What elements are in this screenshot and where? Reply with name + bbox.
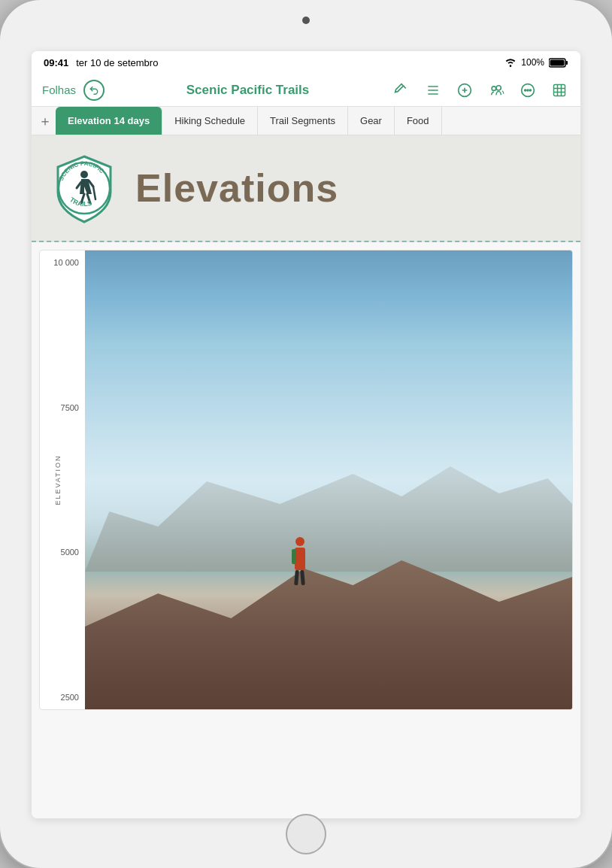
svg-point-10	[496, 85, 501, 90]
y-axis-label: ELEVATION	[54, 454, 62, 505]
screen: 09:41 ter 10 de setembro 100% Folh	[32, 51, 580, 818]
y-tick-5000: 5000	[40, 548, 82, 557]
share-people-icon[interactable]	[486, 80, 507, 101]
tab-food[interactable]: Food	[395, 107, 442, 135]
y-tick-2500: 2500	[40, 693, 82, 702]
svg-point-14	[525, 90, 526, 91]
status-right-icons: 100%	[504, 57, 568, 68]
pencil-pin-icon[interactable]	[391, 80, 412, 101]
home-button[interactable]	[286, 814, 326, 854]
svg-rect-2	[550, 59, 565, 65]
toolbar: Folhas Scenic Pacific Trails	[32, 74, 580, 107]
svg-rect-17	[553, 84, 565, 96]
elevation-chart-image	[85, 250, 572, 709]
y-axis: ELEVATION 10 000 7500 5000 2500	[40, 250, 85, 709]
status-time: 09:41	[44, 57, 68, 68]
toolbar-icons	[391, 80, 570, 101]
table-icon[interactable]	[549, 80, 570, 101]
tab-hiking-schedule[interactable]: Hiking Schedule	[162, 107, 258, 135]
sheet-title: Elevations	[135, 165, 338, 211]
chart-body	[85, 250, 572, 709]
svg-point-15	[527, 90, 529, 91]
ipad-device: 09:41 ter 10 de setembro 100% Folh	[0, 0, 612, 868]
list-icon[interactable]	[423, 80, 444, 101]
svg-rect-1	[566, 61, 568, 65]
toolbar-left: Folhas	[42, 80, 105, 101]
more-icon[interactable]	[517, 80, 538, 101]
svg-point-11	[492, 86, 496, 90]
undo-button[interactable]	[83, 80, 105, 101]
battery-percent: 100%	[521, 57, 544, 68]
hiker-figure	[295, 537, 305, 585]
svg-point-16	[529, 90, 531, 91]
logo-badge: SCENIC PACIFIC TRAILS	[47, 150, 122, 226]
tabs-bar: ＋ Elevation 14 days Hiking Schedule Trai…	[32, 107, 580, 135]
tab-trail-segments[interactable]: Trail Segments	[258, 107, 348, 135]
document-title: Scenic Pacific Trails	[186, 83, 309, 98]
status-date: ter 10 de setembro	[76, 57, 158, 68]
tab-elevation-14days[interactable]: Elevation 14 days	[56, 107, 162, 135]
sheet-header: SCENIC PACIFIC TRAILS Elevations	[32, 135, 580, 242]
wifi-icon	[504, 58, 517, 67]
sheet-content: SCENIC PACIFIC TRAILS Elevations ELEVATI…	[32, 135, 580, 818]
svg-point-23	[80, 171, 88, 178]
svg-line-3	[403, 86, 405, 88]
back-label[interactable]: Folhas	[42, 83, 76, 96]
y-tick-10000: 10 000	[40, 258, 82, 267]
mountain-silhouette-far	[85, 421, 572, 572]
tab-gear[interactable]: Gear	[348, 107, 395, 135]
chart-container: ELEVATION 10 000 7500 5000 2500	[39, 250, 573, 710]
add-icon[interactable]	[454, 80, 475, 101]
status-bar: 09:41 ter 10 de setembro 100%	[32, 51, 580, 74]
chart-inner: ELEVATION 10 000 7500 5000 2500	[40, 250, 572, 709]
battery-icon	[549, 58, 568, 68]
y-tick-7500: 7500	[40, 403, 82, 412]
front-camera	[302, 17, 310, 24]
add-tab-button[interactable]: ＋	[35, 111, 56, 132]
